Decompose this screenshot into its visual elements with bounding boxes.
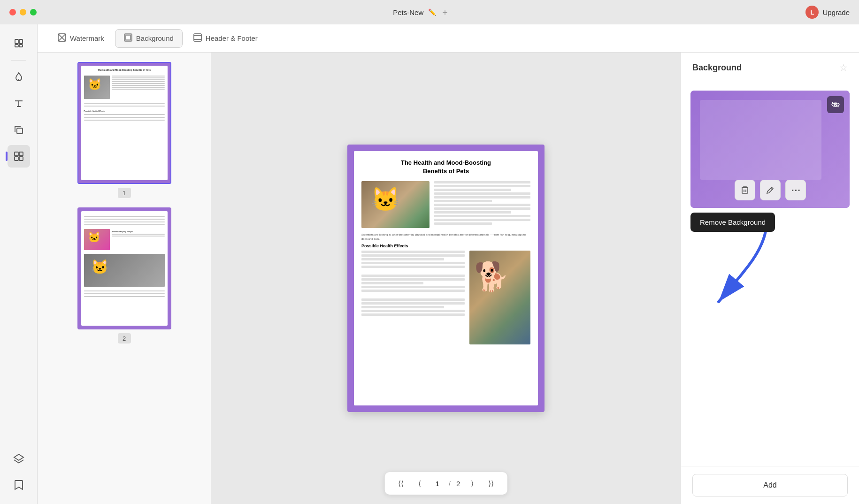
tab-background[interactable]: Background [115, 29, 183, 48]
upgrade-button[interactable]: L Upgrade [805, 6, 850, 19]
right-panel-title: Background [692, 63, 742, 73]
svg-rect-16 [194, 34, 201, 41]
star-icon[interactable]: ☆ [839, 62, 848, 73]
page-thumb-1[interactable]: The Health and Mood-Boosting Benefits of… [77, 62, 171, 184]
svg-rect-7 [19, 152, 23, 156]
add-background-button[interactable]: Add [692, 474, 848, 496]
background-icon [124, 33, 132, 44]
svg-rect-5 [17, 128, 23, 134]
page-number-1: 1 [118, 188, 131, 198]
doc-bottom-two-col [361, 251, 530, 344]
page-input[interactable]: 1 [432, 480, 443, 488]
remove-background-tooltip: Remove Background [690, 213, 775, 232]
thumb-section-2: Animals Helping People [112, 230, 165, 233]
svg-rect-8 [15, 157, 18, 160]
page-2-container: 🐱 Animals Helping People 🐱 [47, 207, 201, 344]
first-page-button[interactable]: ⟨⟨ [394, 477, 407, 490]
svg-rect-1 [19, 39, 23, 44]
svg-rect-21 [742, 188, 748, 193]
doc-content: The Health and Mood-BoostingBenefits of … [354, 151, 538, 405]
sidebar-icon-bookmark[interactable] [8, 474, 30, 496]
svg-rect-2 [15, 45, 18, 47]
canvas-area: The Health and Mood-BoostingBenefits of … [211, 53, 681, 504]
page-panel: The Health and Mood-Boosting Benefits of… [38, 53, 211, 504]
prev-page-button[interactable]: ⟨ [413, 477, 426, 490]
sidebar-icon-pages[interactable] [8, 32, 30, 54]
page-total: 2 [456, 480, 460, 488]
add-tab-icon[interactable]: ＋ [441, 7, 449, 18]
thumb-text-lines-1 [112, 76, 165, 99]
eye-button[interactable] [827, 96, 844, 113]
watermark-icon [58, 33, 66, 44]
thumb-text-lines-2: Animals Helping People [112, 229, 165, 250]
svg-rect-15 [126, 35, 130, 40]
left-sidebar [0, 24, 38, 504]
edit-title-icon[interactable]: ✏️ [428, 8, 436, 16]
svg-rect-3 [19, 45, 23, 47]
arrow-indicator [705, 227, 780, 321]
thumb-img-block-2: 🐱 Animals Helping People [84, 229, 165, 250]
avatar: L [805, 6, 819, 19]
svg-rect-0 [15, 39, 18, 44]
sidebar-icon-copies[interactable] [8, 119, 30, 141]
title-bar: Pets-New ✏️ ＋ L Upgrade [0, 0, 859, 24]
sidebar-icon-text[interactable] [8, 92, 30, 115]
doc-cat-image [361, 181, 430, 228]
last-page-button[interactable]: ⟩⟩ [484, 477, 498, 490]
page-thumb-content-1: The Health and Mood-Boosting Benefits of… [81, 66, 168, 180]
svg-rect-6 [15, 152, 18, 156]
svg-rect-9 [19, 157, 23, 160]
title-bar-center: Pets-New ✏️ ＋ [42, 7, 800, 18]
doc-dog-image [469, 251, 530, 344]
tab-header-footer-label: Header & Footer [206, 34, 258, 42]
tab-header-footer[interactable]: Header & Footer [184, 29, 267, 48]
document-canvas: The Health and Mood-BoostingBenefits of … [347, 145, 545, 412]
edit-background-button[interactable] [760, 180, 781, 200]
tooltip-text: Remove Background [700, 218, 766, 226]
right-panel-body: ⋯ Remove Background [681, 81, 859, 466]
tab-background-label: Background [136, 34, 174, 42]
doc-section-title: Possible Health Effects [361, 244, 530, 248]
main-layout: Watermark Background [0, 24, 859, 504]
doc-text-col [434, 181, 530, 228]
doc-separator-text: Scientists are looking at what the poten… [361, 233, 530, 241]
doc-two-col [361, 181, 530, 228]
thumb-title-1: The Health and Mood-Boosting Benefits of… [84, 69, 165, 72]
traffic-lights [9, 9, 37, 15]
sidebar-icon-ink[interactable] [8, 66, 30, 89]
next-page-button[interactable]: ⟩ [466, 477, 479, 490]
app-title: Pets-New [393, 8, 423, 16]
sidebar-divider [11, 60, 26, 61]
right-panel: Background ☆ [681, 53, 859, 504]
page-number-2: 2 [118, 333, 131, 344]
sidebar-icon-layers[interactable] [8, 448, 30, 470]
minimize-button[interactable] [20, 9, 26, 15]
tab-watermark[interactable]: Watermark [49, 29, 113, 48]
thumb-section-1: Possible Health Effects [84, 110, 165, 112]
right-panel-footer: Add [681, 466, 859, 504]
right-panel-header: Background ☆ [681, 53, 859, 81]
thumb-img-block-1: 🐱 [84, 76, 165, 99]
page-thumb-2[interactable]: 🐱 Animals Helping People 🐱 [77, 207, 171, 329]
svg-line-24 [771, 188, 772, 190]
delete-background-button[interactable] [735, 180, 755, 200]
page-1-container: The Health and Mood-Boosting Benefits of… [47, 62, 201, 198]
header-footer-icon [193, 33, 202, 44]
doc-text-section [361, 251, 465, 344]
fullscreen-button[interactable] [30, 9, 37, 15]
sidebar-icon-design[interactable] [8, 145, 30, 168]
svg-marker-10 [14, 454, 23, 460]
page-thumbnails: The Health and Mood-Boosting Benefits of… [38, 53, 211, 353]
page-thumb-content-2: 🐱 Animals Helping People 🐱 [81, 211, 168, 326]
more-options-button[interactable]: ⋯ [785, 180, 806, 200]
doc-title: The Health and Mood-BoostingBenefits of … [361, 159, 530, 176]
bg-preview: ⋯ [690, 91, 850, 208]
page-separator: / [449, 480, 451, 488]
top-toolbar: Watermark Background [38, 24, 859, 53]
pagination-bar: ⟨⟨ ⟨ 1 / 2 ⟩ ⟩⟩ [385, 472, 507, 495]
close-button[interactable] [9, 9, 16, 15]
tab-watermark-label: Watermark [70, 34, 104, 42]
